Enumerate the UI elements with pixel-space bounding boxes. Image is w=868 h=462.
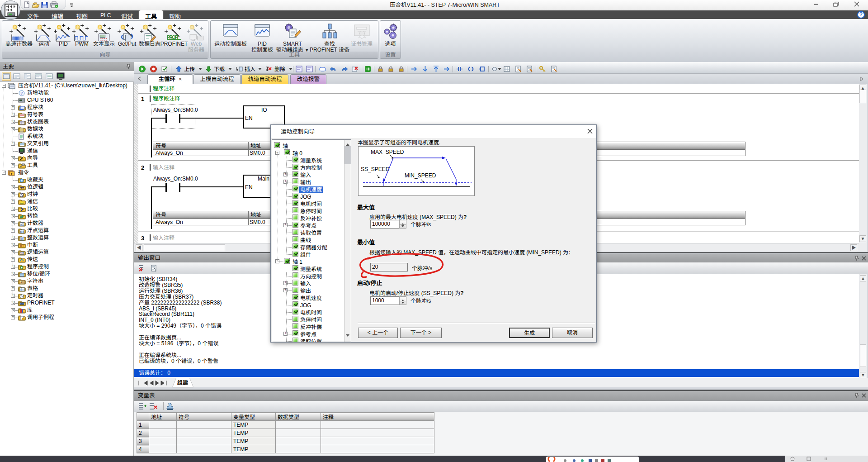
svg-text:+1: +1	[20, 223, 24, 226]
svg-text:101: 101	[20, 252, 24, 255]
svg-text:±R: ±R	[20, 230, 24, 233]
svg-text:AB: AB	[20, 281, 24, 284]
svg-text:MAX_SPEED: MAX_SPEED	[371, 149, 404, 155]
svg-text:?: ?	[20, 91, 23, 95]
svg-text:MIN_SPEED: MIN_SPEED	[405, 172, 436, 179]
svg-text:±I: ±I	[20, 238, 23, 240]
svg-text:SS_SPEED: SS_SPEED	[361, 166, 390, 172]
svg-text:PROFI: PROFI	[167, 35, 178, 40]
